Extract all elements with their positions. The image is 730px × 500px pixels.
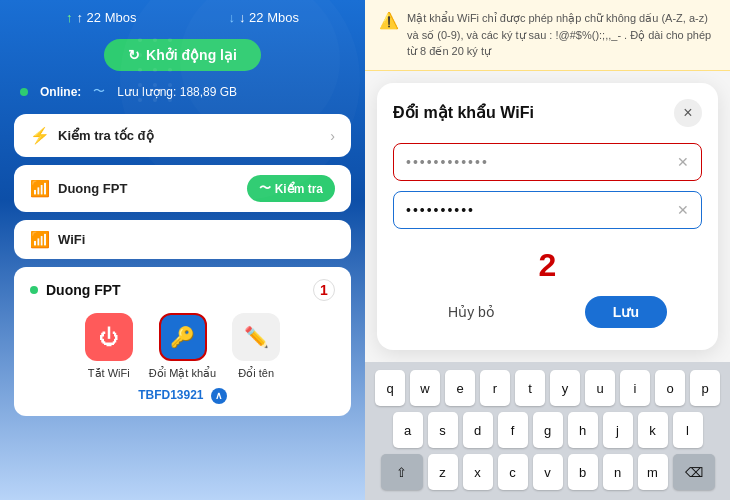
- old-password-dots: ••••••••••••: [406, 154, 489, 170]
- key-b[interactable]: b: [568, 454, 598, 490]
- edit-icon: ✏️: [232, 313, 280, 361]
- key-icon: 🔑: [159, 313, 207, 361]
- key-n[interactable]: n: [603, 454, 633, 490]
- wifi-label: WiFi: [58, 232, 85, 247]
- key-s[interactable]: s: [428, 412, 458, 448]
- online-dot-icon: [20, 88, 28, 96]
- key-a[interactable]: a: [393, 412, 423, 448]
- step2-badge: 2: [393, 247, 702, 284]
- key-l[interactable]: l: [673, 412, 703, 448]
- key-z[interactable]: z: [428, 454, 458, 490]
- key-p[interactable]: p: [690, 370, 720, 406]
- cancel-button[interactable]: Hủy bỏ: [428, 296, 515, 328]
- speed-test-card[interactable]: ⚡ Kiểm tra tốc độ ›: [14, 114, 351, 157]
- key-v[interactable]: v: [533, 454, 563, 490]
- keyboard-row-2: a s d f g h j k l: [369, 412, 726, 448]
- clear-old-password-icon[interactable]: ✕: [677, 154, 689, 170]
- key-h[interactable]: h: [568, 412, 598, 448]
- restart-button[interactable]: ↻ Khởi động lại: [104, 39, 261, 71]
- change-password-button[interactable]: 🔑 Đổi Mật khẩu: [149, 313, 216, 380]
- virtual-keyboard: q w e r t y u i o p a s d f g h j k l ⇧ …: [365, 362, 730, 500]
- speed-bar: ↑ ↑ 22 Mbos ↓ ↓ 22 Mbos: [0, 0, 365, 35]
- device-id: TBFD13921 ∧: [30, 388, 335, 404]
- modal-header: Đổi mật khẩu WiFi ×: [393, 99, 702, 127]
- key-f[interactable]: f: [498, 412, 528, 448]
- shift-key[interactable]: ⇧: [381, 454, 423, 490]
- key-w[interactable]: w: [410, 370, 440, 406]
- network-card: 📶 Duong FPT 〜 Kiểm tra: [14, 165, 351, 212]
- key-u[interactable]: u: [585, 370, 615, 406]
- clear-new-password-icon[interactable]: ✕: [677, 202, 689, 218]
- key-o[interactable]: o: [655, 370, 685, 406]
- device-name: Duong FPT: [46, 282, 121, 298]
- device-section: Duong FPT 1 ⏻ Tắt WiFi 🔑 Đổi Mật khẩu ✏️…: [14, 267, 351, 416]
- key-g[interactable]: g: [533, 412, 563, 448]
- status-bar: Online: 〜 Lưu lượng: 188,89 GB: [0, 83, 365, 100]
- modal-actions: Hủy bỏ Lưu: [393, 296, 702, 328]
- step1-badge: 1: [313, 279, 335, 301]
- lightning-icon: ⚡: [30, 126, 50, 145]
- save-button[interactable]: Lưu: [585, 296, 667, 328]
- pulse-icon: 〜: [93, 83, 105, 100]
- refresh-icon: ↻: [128, 47, 140, 63]
- upload-arrow-icon: ↑: [66, 10, 73, 25]
- action-buttons: ⏻ Tắt WiFi 🔑 Đổi Mật khẩu ✏️ Đổi tên: [30, 313, 335, 380]
- download-speed: ↓ ↓ 22 Mbos: [229, 10, 299, 25]
- left-panel: ↑ ↑ 22 Mbos ↓ ↓ 22 Mbos ↻ Khởi động lại …: [0, 0, 365, 500]
- key-e[interactable]: e: [445, 370, 475, 406]
- key-r[interactable]: r: [480, 370, 510, 406]
- new-password-dots: ••••••••••: [406, 202, 475, 218]
- power-icon: ⏻: [85, 313, 133, 361]
- keyboard-row-3: ⇧ z x c v b n m ⌫: [369, 454, 726, 490]
- key-m[interactable]: m: [638, 454, 668, 490]
- key-t[interactable]: t: [515, 370, 545, 406]
- wifi-section: 📶 WiFi: [14, 220, 351, 259]
- key-c[interactable]: c: [498, 454, 528, 490]
- key-k[interactable]: k: [638, 412, 668, 448]
- backspace-key[interactable]: ⌫: [673, 454, 715, 490]
- close-button[interactable]: ×: [674, 99, 702, 127]
- turn-off-wifi-button[interactable]: ⏻ Tắt WiFi: [85, 313, 133, 380]
- old-password-field[interactable]: •••••••••••• ✕: [393, 143, 702, 181]
- key-y[interactable]: y: [550, 370, 580, 406]
- active-dot-icon: [30, 286, 38, 294]
- key-j[interactable]: j: [603, 412, 633, 448]
- check-button[interactable]: 〜 Kiểm tra: [247, 175, 335, 202]
- warning-banner: ⚠️ Mật khẩu WiFi chỉ được phép nhập chữ …: [365, 0, 730, 71]
- modal-title: Đổi mật khẩu WiFi: [393, 103, 534, 122]
- right-panel: ⚠️ Mật khẩu WiFi chỉ được phép nhập chữ …: [365, 0, 730, 500]
- download-arrow-icon: ↓: [229, 10, 236, 25]
- change-password-modal: Đổi mật khẩu WiFi × •••••••••••• ✕ •••••…: [377, 83, 718, 351]
- warning-icon: ⚠️: [379, 11, 399, 30]
- wifi-icon: 📶: [30, 179, 50, 198]
- chevron-right-icon: ›: [330, 128, 335, 144]
- rename-button[interactable]: ✏️ Đổi tên: [232, 313, 280, 380]
- key-i[interactable]: i: [620, 370, 650, 406]
- wifi-section-icon: 📶: [30, 230, 50, 249]
- pulse-icon-small: 〜: [259, 180, 271, 197]
- expand-icon[interactable]: ∧: [211, 388, 227, 404]
- upload-speed: ↑ ↑ 22 Mbos: [66, 10, 136, 25]
- keyboard-row-1: q w e r t y u i o p: [369, 370, 726, 406]
- warning-text: Mật khẩu WiFi chỉ được phép nhập chữ khô…: [407, 10, 716, 60]
- key-d[interactable]: d: [463, 412, 493, 448]
- new-password-field[interactable]: •••••••••• ✕: [393, 191, 702, 229]
- key-x[interactable]: x: [463, 454, 493, 490]
- key-q[interactable]: q: [375, 370, 405, 406]
